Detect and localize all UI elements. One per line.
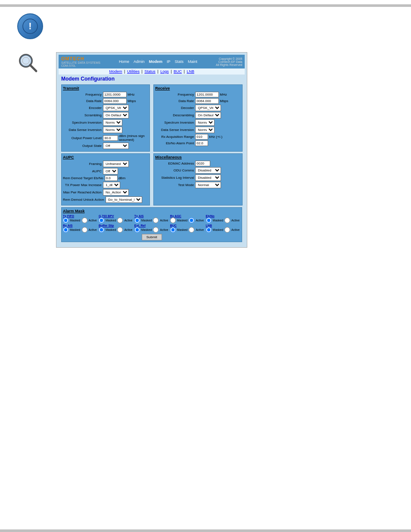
alarm-buc-label: BUC xyxy=(170,224,205,227)
subnav-status[interactable]: Status xyxy=(144,69,156,74)
rx-descrambling-row: Descrambling On Default xyxy=(155,112,240,118)
alarm-rxais-active[interactable] xyxy=(82,227,87,233)
tx-state-select[interactable]: Off xyxy=(103,143,129,149)
aupc-framing-select[interactable]: Unframed xyxy=(103,161,129,167)
bottom-bar xyxy=(0,529,411,532)
modem-nav-bar: OMTECH SATELLITE DATA SYSTEMS CDM-570L H… xyxy=(59,55,245,68)
alarm-mask-title: Alarm Mask xyxy=(63,209,240,213)
alarm-g703bpv-active[interactable] xyxy=(117,218,123,223)
search-section: OMTECH SATELLITE DATA SYSTEMS CDM-570L H… xyxy=(0,48,411,252)
alarm-rxais-masked[interactable] xyxy=(63,227,68,233)
misc-edmac-input[interactable] xyxy=(195,161,210,166)
rx-descrambling-select[interactable]: On Default xyxy=(195,112,221,118)
alarm-txais-active[interactable] xyxy=(153,218,159,223)
svg-text:!: ! xyxy=(28,21,31,31)
misc-testmode-select[interactable]: Normal xyxy=(195,182,221,188)
aupc-target-row: Rem Demod Target Eb/No dBm xyxy=(63,175,148,181)
alarm-buc-active[interactable] xyxy=(189,227,194,233)
rx-ebno-label: Eb/No Alarm Point xyxy=(155,141,194,145)
subnav-buc[interactable]: BUC xyxy=(174,69,182,74)
alarm-ebno-masked[interactable] xyxy=(206,218,212,223)
nav-home[interactable]: Home xyxy=(119,59,129,64)
subnav-modem[interactable]: Modem xyxy=(109,69,122,74)
alarm-txais-radios: Masked Active xyxy=(134,218,169,223)
rx-frequency-row: Frequency MHz xyxy=(155,92,240,97)
tx-frequency-input[interactable] xyxy=(103,92,127,97)
nav-admin[interactable]: Admin xyxy=(134,59,145,64)
nav-maint[interactable]: Maint xyxy=(188,59,197,64)
aupc-misc-row: AUPC Framing Unframed AUPC Off xyxy=(61,153,242,207)
aupc-maxincrease-select[interactable]: 1_dB xyxy=(103,182,120,188)
rx-spectrum-select[interactable]: Normal xyxy=(195,119,215,126)
alarm-rxais-radios: Masked Active xyxy=(63,227,98,233)
alarm-lnb-masked[interactable] xyxy=(206,227,212,233)
rx-decoder-select[interactable]: QPSK_Viterbi_1/2 xyxy=(195,105,221,111)
rx-datarate-input[interactable] xyxy=(195,98,219,104)
tx-encoder-label: Encoder xyxy=(63,106,102,110)
alarm-extref-label: Ext. Ref xyxy=(134,224,169,227)
alarm-lnb-label: LNB xyxy=(206,224,241,227)
alarm-bufferslip: Buffer Slip Masked Active xyxy=(99,224,134,233)
misc-statslog-select[interactable]: Disabled xyxy=(195,174,221,181)
modem-main-content: Transmit Frequency MHz Data Rate Mbps xyxy=(59,83,245,245)
nav-stats[interactable]: Stats xyxy=(175,59,184,64)
misc-odu-select[interactable]: Disabled xyxy=(195,167,221,174)
nav-modem[interactable]: Modem xyxy=(149,59,163,64)
rx-ebno-row: Eb/No Alarm Point xyxy=(155,140,240,146)
alarm-txfifo-label: Tx FiFO xyxy=(63,215,98,218)
transmit-section: Transmit Frequency MHz Data Rate Mbps xyxy=(61,84,150,152)
alarm-rxais: Rx AIS Masked Active xyxy=(63,224,98,233)
rx-datarate-label: Data Rate xyxy=(155,99,194,103)
aupc-unlockaction-select[interactable]: Go_to_Nominal_Power xyxy=(106,196,142,203)
alarm-extref-radios: Masked Active xyxy=(134,227,169,233)
modem-nav-links: Home Admin Modem IP Stats Maint xyxy=(119,59,197,64)
alarm-txfifo-masked[interactable] xyxy=(63,218,68,223)
submit-row: Submit xyxy=(63,234,240,240)
tx-scrambling-select[interactable]: On Default xyxy=(103,112,129,118)
subnav-lnb[interactable]: LNB xyxy=(187,69,194,74)
alarm-bufferslip-masked[interactable] xyxy=(99,227,104,233)
alarm-rxagc-active[interactable] xyxy=(189,218,194,223)
misc-testmode-label: Test Mode xyxy=(155,183,194,187)
subnav-utilities[interactable]: Utilities xyxy=(127,69,140,74)
aupc-framing-row: Framing Unframed xyxy=(63,161,148,167)
alarm-bufferslip-active[interactable] xyxy=(117,227,123,233)
alarm-txfifo-radios: Masked Active xyxy=(63,218,98,223)
alarm-txais-masked[interactable] xyxy=(134,218,140,223)
alarm-extref-masked[interactable] xyxy=(134,227,140,233)
aupc-maxaction-select[interactable]: No_Action xyxy=(103,189,129,196)
modem-screenshot: OMTECH SATELLITE DATA SYSTEMS CDM-570L H… xyxy=(56,52,247,248)
rx-decoder-row: Decoder QPSK_Viterbi_1/2 xyxy=(155,105,240,111)
tx-spectrum-select[interactable]: Normal xyxy=(103,119,122,126)
submit-button[interactable]: Submit xyxy=(142,234,162,240)
alarm-extref-active[interactable] xyxy=(153,227,159,233)
page-container: ! OMTECH SATELLITE DATA SYSTEM xyxy=(0,0,411,532)
alarm-rxagc-masked[interactable] xyxy=(170,218,176,223)
rx-frequency-input[interactable] xyxy=(195,92,219,97)
rx-ebno-input[interactable] xyxy=(195,140,208,146)
tx-frequency-label: Frequency xyxy=(63,93,102,96)
alarm-buc-masked[interactable] xyxy=(170,227,176,233)
alarm-g703bpv: G.703 BPV Masked Active xyxy=(99,215,134,223)
tx-encoder-select[interactable]: QPSK_Viterbi_1/2 xyxy=(103,105,129,111)
alarm-txais: Tx AIS Masked Active xyxy=(134,215,169,223)
tx-datarate-input[interactable] xyxy=(103,98,127,104)
subnav-logs[interactable]: Logs xyxy=(160,69,169,74)
tx-power-input[interactable] xyxy=(103,135,118,141)
alarm-txfifo-active[interactable] xyxy=(82,218,87,223)
alarm-lnb-active[interactable] xyxy=(224,227,230,233)
aupc-aupc-select[interactable]: Off xyxy=(103,168,118,174)
aupc-target-label: Rem Demod Target Eb/No xyxy=(63,176,103,180)
alarm-buc-radios: Masked Active xyxy=(170,227,205,233)
tx-datasense-select[interactable]: Normal xyxy=(103,127,122,133)
aupc-target-input[interactable] xyxy=(105,175,118,181)
alarm-bufferslip-label: Buffer Slip xyxy=(99,224,134,227)
rx-datasense-select[interactable]: Normal xyxy=(195,127,215,133)
alarm-lnb-radios: Masked Active xyxy=(206,227,241,233)
tx-datasense-row: Data Sense Inversion Normal xyxy=(63,127,148,133)
nav-ip[interactable]: IP xyxy=(167,59,171,64)
rx-acq-input[interactable] xyxy=(195,134,208,140)
tx-datarate-unit: Mbps xyxy=(128,99,136,103)
alarm-ebno-active[interactable] xyxy=(224,218,230,223)
alarm-g703bpv-masked[interactable] xyxy=(99,218,104,223)
